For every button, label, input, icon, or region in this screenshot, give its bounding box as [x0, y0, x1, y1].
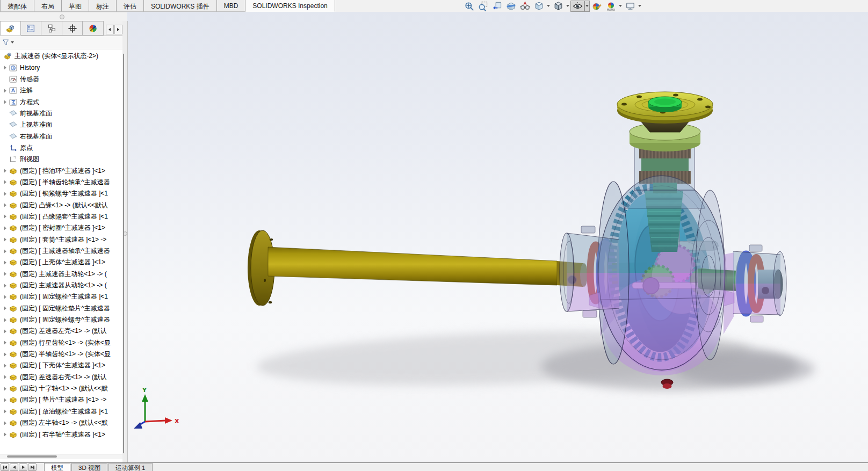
tree-item-sensors-1[interactable]: 传感器	[0, 74, 122, 85]
tree-component-11[interactable]: (固定) 主减速器从动轮<1> -> (	[0, 280, 122, 291]
tree-item-section-8[interactable]: 剖视图	[0, 154, 122, 165]
view-settings-dropdown[interactable]	[637, 1, 642, 12]
expander-icon[interactable]	[2, 65, 8, 71]
last-tab-button[interactable]	[28, 463, 37, 471]
tree-item-origin-7[interactable]: 原点	[0, 142, 122, 154]
study-tab-2[interactable]: 3D 视图	[71, 463, 107, 471]
next-tab-button[interactable]	[19, 463, 27, 471]
tree-component-21[interactable]: (固定) [ 垫片^主减速器 ]<1> ->	[0, 394, 122, 405]
dynamic-annotation-views-button[interactable]	[518, 1, 532, 12]
command-tab-1[interactable]: 装配体	[0, 0, 34, 12]
command-tab-3[interactable]: 草图	[62, 0, 89, 12]
previous-tab-button[interactable]	[10, 463, 18, 471]
scroll-tabs-left-button[interactable]	[106, 25, 114, 34]
tree-component-16[interactable]: (固定) 行星齿轮<1> -> (实体<显	[0, 337, 122, 349]
hide-show-items-dropdown[interactable]	[584, 1, 590, 12]
tree-component-2[interactable]: (固定) [ 半轴齿轮轴承^主减速器	[0, 177, 122, 188]
expander-icon[interactable]	[2, 397, 8, 403]
expander-icon[interactable]	[2, 88, 8, 93]
expander-icon[interactable]	[2, 386, 8, 392]
hide-show-items-button[interactable]	[570, 1, 584, 12]
expander-icon[interactable]	[2, 317, 8, 323]
apply-scene-button[interactable]	[604, 1, 618, 12]
input-flange-assembly[interactable]	[617, 92, 713, 151]
tree-component-8[interactable]: (固定) [ 主减速器轴承^主减速器	[0, 245, 122, 257]
view-orientation-button[interactable]	[532, 1, 546, 12]
panel-grip-handle[interactable]	[60, 15, 64, 19]
expander-icon[interactable]	[2, 351, 8, 357]
tree-item-plane-4[interactable]: 前视基准面	[0, 108, 122, 119]
panel-tab-configurationmanager[interactable]	[41, 21, 62, 35]
expander-icon[interactable]	[2, 214, 8, 220]
command-tab-5[interactable]: 评估	[117, 0, 144, 12]
view-orientation-dropdown[interactable]	[546, 1, 551, 12]
tree-item-equations-3[interactable]: 方程式	[0, 96, 122, 107]
expander-icon[interactable]	[2, 420, 8, 426]
tree-root-assembly[interactable]: 主减速器 (实体<显示状态-2>)	[0, 50, 122, 62]
expander-icon[interactable]	[2, 328, 8, 334]
expander-icon[interactable]	[2, 248, 8, 254]
panel-tab-featuremanager[interactable]	[0, 21, 21, 35]
expander-icon[interactable]	[2, 179, 8, 185]
display-style-dropdown[interactable]	[565, 1, 570, 12]
tree-item-annotations-2[interactable]: 注解	[0, 85, 122, 96]
tree-component-24[interactable]: (固定) [ 右半轴^主减速器 ]<1>	[0, 429, 122, 440]
tree-component-19[interactable]: (固定) 差速器右壳<1> -> (默认	[0, 372, 122, 383]
command-tab-7[interactable]: MBD	[217, 0, 246, 12]
study-tab-1[interactable]: 模型	[44, 463, 70, 471]
tree-component-17[interactable]: (固定) 半轴齿轮<1> -> (实体<显	[0, 349, 122, 360]
expander-icon[interactable]	[2, 99, 8, 105]
graphics-viewport[interactable]: Y X	[127, 12, 868, 462]
display-style-button[interactable]	[551, 1, 565, 12]
expander-icon[interactable]	[2, 168, 8, 174]
expander-icon[interactable]	[2, 259, 8, 265]
command-tab-8[interactable]: SOLIDWORKS Inspection	[245, 0, 335, 12]
edit-appearance-button[interactable]	[590, 1, 604, 12]
expander-icon[interactable]	[2, 225, 8, 231]
expander-icon[interactable]	[2, 374, 8, 380]
expander-icon[interactable]	[2, 191, 8, 197]
tree-horizontal-scrollbar[interactable]	[0, 454, 122, 459]
scroll-tabs-right-button[interactable]	[114, 25, 122, 34]
scrollbar-thumb[interactable]	[7, 455, 57, 458]
panel-tab-dimxpertmanager[interactable]	[62, 21, 83, 35]
tree-component-6[interactable]: (固定) [ 密封圈^主减速器 ]<1>	[0, 222, 122, 234]
tree-component-13[interactable]: (固定) [ 固定螺栓垫片^主减速器	[0, 303, 122, 314]
right-axle-tube[interactable]	[733, 245, 786, 322]
expander-icon[interactable]	[2, 306, 8, 311]
zoom-to-area-button[interactable]	[476, 1, 490, 12]
tree-item-plane-6[interactable]: 右视基准面	[0, 131, 122, 142]
panel-resize-border[interactable]	[123, 54, 124, 453]
tree-component-9[interactable]: (固定) [ 上壳体^主减速器 ]<1>	[0, 257, 122, 268]
section-view-button[interactable]	[504, 1, 518, 12]
expander-icon[interactable]	[2, 237, 8, 243]
apply-scene-dropdown[interactable]	[618, 1, 623, 12]
expander-icon[interactable]	[2, 271, 8, 277]
tree-component-23[interactable]: (固定) 左半轴<1> -> (默认<<默	[0, 417, 122, 429]
tree-component-1[interactable]: (固定) [ 挡油环^主减速器 ]<1>	[0, 165, 122, 176]
command-tab-4[interactable]: 标注	[89, 0, 117, 12]
view-settings-button[interactable]	[623, 1, 637, 12]
filter-button[interactable]	[2, 39, 14, 46]
tree-component-15[interactable]: (固定) 差速器左壳<1> -> (默认	[0, 325, 122, 337]
command-tab-2[interactable]: 布局	[34, 0, 62, 12]
expander-icon[interactable]	[2, 340, 8, 346]
tree-component-5[interactable]: (固定) [ 凸缘隔套^主减速器 ]<1	[0, 211, 122, 222]
tree-component-22[interactable]: (固定) [ 放油螺栓^主减速器 ]<1	[0, 406, 122, 417]
expander-icon[interactable]	[2, 432, 8, 438]
panel-tab-displaymanager[interactable]	[83, 21, 104, 35]
tree-component-10[interactable]: (固定) 主减速器主动轮<1> -> (	[0, 269, 122, 280]
left-half-shaft-and-flange[interactable]	[248, 230, 557, 306]
previous-view-button[interactable]	[490, 1, 504, 12]
tree-item-plane-5[interactable]: 上视基准面	[0, 119, 122, 131]
expander-icon[interactable]	[2, 282, 8, 288]
expander-icon[interactable]	[2, 202, 8, 208]
expander-icon[interactable]	[2, 294, 8, 300]
tree-item-history-0[interactable]: History	[0, 62, 122, 73]
tree-component-7[interactable]: (固定) [ 套筒^主减速器 ]<1> ->	[0, 234, 122, 245]
tree-component-20[interactable]: (固定) 十字轴<1> -> (默认<<默	[0, 383, 122, 394]
tree-component-4[interactable]: (固定) 凸缘<1> -> (默认<<默认	[0, 199, 122, 211]
left-axle-tube[interactable]	[560, 226, 619, 317]
tree-component-12[interactable]: (固定) [ 固定螺栓^主减速器 ]<1	[0, 291, 122, 302]
tree-component-18[interactable]: (固定) [ 下壳体^主减速器 ]<1>	[0, 360, 122, 371]
